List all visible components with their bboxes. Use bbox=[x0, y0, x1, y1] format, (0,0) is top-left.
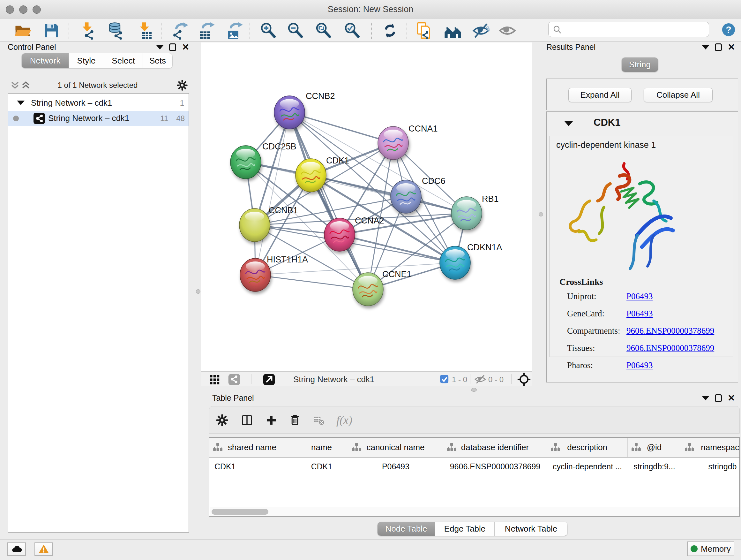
network-tree-row[interactable]: String Network – cdk1 11 48 bbox=[8, 111, 189, 126]
panel-close-icon[interactable]: ✕ bbox=[728, 394, 735, 402]
tab-network-table[interactable]: Network Table bbox=[495, 522, 567, 536]
network-node-CDKN1A[interactable]: CDKN1A bbox=[440, 243, 502, 279]
table-cell[interactable]: stringdb:9... bbox=[628, 457, 681, 476]
show-hide-graphics-icon[interactable] bbox=[472, 22, 490, 40]
home-icon[interactable] bbox=[444, 22, 462, 40]
column-header-sharedname[interactable]: shared name bbox=[209, 438, 295, 457]
grid-view-icon[interactable] bbox=[208, 373, 221, 386]
export-table-icon[interactable] bbox=[198, 22, 215, 40]
column-type-icon bbox=[684, 443, 694, 452]
column-header-name[interactable]: name bbox=[295, 438, 348, 457]
table-row[interactable]: CDK1CDK1P064939606.ENSP00000378699cyclin… bbox=[209, 457, 740, 476]
panel-float-icon[interactable] bbox=[702, 396, 709, 400]
split-columns-icon[interactable] bbox=[240, 414, 254, 427]
import-table-file-icon[interactable] bbox=[136, 22, 154, 40]
apply-layout-icon[interactable] bbox=[381, 22, 399, 40]
expand-all-button[interactable]: Expand All bbox=[568, 88, 631, 102]
table-cell[interactable]: CDK1 bbox=[209, 457, 295, 476]
tab-node-table[interactable]: Node Table bbox=[378, 522, 435, 536]
column-label: name bbox=[311, 442, 332, 452]
panel-maximize-icon[interactable] bbox=[715, 44, 722, 51]
panel-float-icon[interactable] bbox=[156, 45, 163, 50]
scrollbar-thumb[interactable] bbox=[212, 509, 268, 515]
results-panel: Results Panel ✕ String Expand All Collap… bbox=[543, 43, 741, 386]
splitter-handle[interactable] bbox=[539, 212, 543, 216]
add-column-icon[interactable] bbox=[265, 414, 278, 427]
network-node-CCNB1[interactable]: CCNB1 bbox=[239, 206, 298, 242]
crosslink-link[interactable]: P06493 bbox=[626, 292, 653, 301]
column-header-id[interactable]: @id bbox=[628, 438, 681, 457]
table-cell[interactable]: CDK1 bbox=[295, 457, 348, 476]
search-field[interactable] bbox=[548, 22, 709, 37]
tab-select[interactable]: Select bbox=[104, 53, 143, 68]
table-cell[interactable]: stringdb bbox=[681, 457, 740, 476]
help-button[interactable]: ? bbox=[721, 22, 736, 37]
export-image-icon[interactable] bbox=[226, 22, 244, 40]
panel-maximize-icon[interactable] bbox=[715, 394, 722, 402]
column-header-canonicalname[interactable]: canonical name bbox=[348, 438, 443, 457]
open-file-icon[interactable] bbox=[14, 22, 32, 40]
crosslink-link[interactable]: 9606.ENSP00000378699 bbox=[626, 326, 714, 336]
network-node-CDC25B[interactable]: CDC25B bbox=[230, 142, 296, 179]
network-options-gear-icon[interactable] bbox=[176, 79, 188, 91]
tab-style[interactable]: Style bbox=[69, 53, 104, 68]
cloud-button[interactable] bbox=[7, 543, 26, 556]
table-cell[interactable]: cyclin-dependent ... bbox=[547, 457, 628, 476]
panel-maximize-icon[interactable] bbox=[169, 44, 176, 51]
save-session-icon[interactable] bbox=[43, 22, 60, 40]
column-header-databaseidentifier[interactable]: database identifier bbox=[443, 438, 547, 457]
column-header-namespace[interactable]: namespace bbox=[681, 438, 740, 457]
zoom-selected-icon[interactable] bbox=[343, 22, 361, 40]
network-node-CCNE1[interactable]: CCNE1 bbox=[353, 269, 412, 306]
selected-checkbox-icon[interactable] bbox=[440, 374, 449, 383]
import-network-file-icon[interactable] bbox=[78, 22, 96, 40]
control-panel-tabs: NetworkStyleSelectSets bbox=[22, 53, 172, 68]
table-horizontal-scrollbar[interactable] bbox=[210, 507, 739, 516]
network-node-RB1[interactable]: RB1 bbox=[451, 194, 499, 230]
tab-edge-table[interactable]: Edge Table bbox=[435, 522, 495, 536]
splitter-handle[interactable] bbox=[196, 289, 200, 294]
tab-string[interactable]: String bbox=[622, 57, 658, 72]
protein-structure-image bbox=[559, 154, 686, 279]
panel-float-icon[interactable] bbox=[702, 45, 709, 50]
clone-network-icon[interactable] bbox=[416, 22, 434, 40]
network-node-CDC6[interactable]: CDC6 bbox=[391, 176, 446, 213]
table-cell[interactable]: 9606.ENSP00000378699 bbox=[443, 457, 547, 476]
crosslink-link[interactable]: 9606.ENSP00000378699 bbox=[626, 343, 714, 353]
control-panel-title: Control Panel bbox=[8, 43, 56, 52]
toolbar-separator bbox=[371, 22, 372, 39]
network-edge[interactable] bbox=[255, 112, 289, 275]
zoom-in-icon[interactable] bbox=[259, 22, 277, 40]
tab-sets[interactable]: Sets bbox=[143, 53, 172, 68]
memory-button[interactable]: Memory bbox=[687, 542, 734, 556]
table-gear-icon[interactable] bbox=[215, 414, 229, 427]
network-edge[interactable] bbox=[289, 112, 393, 143]
collapse-all-button[interactable]: Collapse All bbox=[644, 88, 713, 102]
fit-selected-crosshair-icon[interactable] bbox=[517, 372, 531, 386]
export-network-icon[interactable] bbox=[171, 22, 189, 40]
import-network-database-icon[interactable] bbox=[107, 22, 125, 40]
zoom-fit-icon[interactable] bbox=[314, 22, 332, 40]
network-tree-root-row[interactable]: String Network – cdk1 1 bbox=[8, 96, 189, 111]
tree-expander-icon[interactable] bbox=[17, 101, 24, 105]
column-label: shared name bbox=[228, 442, 276, 452]
birds-eye-view-icon[interactable] bbox=[263, 373, 275, 386]
network-node-CCNA1[interactable]: CCNA1 bbox=[378, 124, 438, 160]
delete-column-icon[interactable] bbox=[288, 414, 301, 427]
network-edge[interactable] bbox=[255, 275, 368, 289]
crosslink-link[interactable]: P06493 bbox=[626, 361, 653, 370]
splitter-handle[interactable] bbox=[471, 388, 477, 392]
panel-close-icon[interactable]: ✕ bbox=[182, 44, 189, 51]
section-expander-icon[interactable] bbox=[564, 121, 573, 126]
node-label: HIST1H1A bbox=[267, 255, 308, 264]
warnings-button[interactable] bbox=[35, 543, 53, 556]
search-input[interactable] bbox=[564, 23, 705, 36]
crosslink-link[interactable]: P06493 bbox=[626, 309, 653, 319]
table-cell[interactable]: P06493 bbox=[348, 457, 443, 476]
panel-close-icon[interactable]: ✕ bbox=[728, 44, 735, 51]
zoom-out-icon[interactable] bbox=[286, 22, 304, 40]
network-canvas[interactable]: CCNB2CCNA1CDC25BCDK1CDC6RB1CCNB1CCNA2CDK… bbox=[201, 43, 532, 371]
network-node-HIST1H1A[interactable]: HIST1H1A bbox=[240, 255, 308, 292]
column-header-description[interactable]: description bbox=[547, 438, 628, 457]
tab-network[interactable]: Network bbox=[22, 53, 69, 68]
